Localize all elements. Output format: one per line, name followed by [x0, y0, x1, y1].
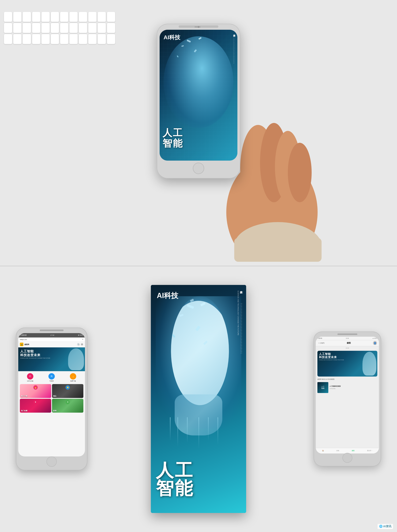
- commercial-label: 可商用: [50, 380, 54, 382]
- key: [51, 12, 59, 22]
- top-phone-frame: 01010101010101010101 AI科技 科技改变未来: [157, 24, 240, 178]
- key: [42, 34, 50, 44]
- wechat-thumb-img[interactable]: 人工智能: [317, 382, 328, 393]
- download-icon-circle: ↓: [70, 373, 76, 380]
- wechat-tab-follow[interactable]: 跟着: [336, 450, 339, 452]
- key: [51, 34, 59, 44]
- premium-label: 精品: [53, 395, 56, 397]
- new-icon: ✦: [66, 400, 70, 404]
- key: [13, 34, 21, 44]
- svg-point-4: [288, 143, 312, 202]
- url-text: 699pic.com: [20, 339, 27, 340]
- wechat-tab-photo[interactable]: 摄图: [352, 450, 354, 452]
- copyright-icon-circle: ©: [27, 373, 33, 380]
- hotdownload-label: 热门下载: [21, 395, 27, 397]
- right-status-bar: 中国联通 15:39 ▲ ♥ 90%: [316, 337, 379, 340]
- key: [98, 12, 106, 22]
- key: [42, 23, 50, 33]
- wechat-tab-world[interactable]: 看世界！: [367, 450, 372, 452]
- key: [79, 34, 87, 44]
- watermark-text: AI资讯: [383, 525, 391, 528]
- image-grid: 🔥 热门下载 ⭐ 精品 ♥ 热门收藏 ✦ 新增: [18, 384, 85, 413]
- app-logo: 📷: [20, 343, 23, 346]
- key: [60, 34, 68, 44]
- wechat-title: 摄图: [347, 342, 351, 345]
- key: [4, 34, 12, 44]
- phone-in-hand-container: 01010101010101010101 AI科技 科技改变未来: [109, 14, 288, 252]
- left-hero-banner: 人工智能 科技改变未来 SCIENCE AND TECHNOLOGY CHANG…: [18, 347, 85, 371]
- menu-icon-small[interactable]: ☰: [81, 343, 83, 346]
- app-name: 摄图网: [25, 344, 29, 346]
- poster-ai-tag: AI科技: [157, 291, 178, 301]
- center-poster: 0101010101010101010101010101010101 AI科技 …: [151, 285, 246, 513]
- thumb-new[interactable]: ✦ 新增: [52, 399, 83, 413]
- svg-rect-6: [234, 238, 322, 262]
- left-time: 17:32: [50, 334, 54, 336]
- key: [42, 12, 50, 22]
- key: [60, 23, 68, 33]
- key: [32, 34, 40, 44]
- left-phone-frame: 中国联通 17:32 ⊞ 95% 699pic.com ↻ 📷 摄图网 🔍 ☰: [16, 327, 87, 470]
- key: [32, 12, 40, 22]
- right-hero-banner: 人工智能 科技改变未来 SCIENCE AND TECHNOLOGY CHANG…: [317, 351, 377, 376]
- icon-commercial[interactable]: 商 可商用: [41, 373, 62, 382]
- left-status-bar: 中国联通 17:32 ⊞ 95%: [18, 333, 85, 338]
- key: [4, 23, 12, 33]
- commercial-icon-circle: 商: [49, 373, 55, 380]
- wechat-desc: 摄图网 微信公众号封面配图: [316, 377, 379, 381]
- key: [69, 23, 78, 33]
- subscribe-back[interactable]: ◁ 订阅号: [318, 342, 325, 344]
- top-phone-home-button[interactable]: [193, 163, 204, 174]
- key: [4, 12, 12, 22]
- download-label: 免费下载: [70, 380, 76, 382]
- download-icon: ↓: [72, 375, 74, 378]
- left-phone-home-button[interactable]: [46, 456, 57, 467]
- favorites-icon: ♥: [33, 400, 38, 404]
- refresh-icon[interactable]: ↻: [82, 339, 83, 340]
- wechat-time-label: 15:00: [316, 346, 379, 350]
- premium-icon: ⭐: [66, 385, 70, 390]
- poster-main-text: 人工 智能: [156, 461, 243, 497]
- key: [13, 12, 21, 22]
- right-phone-frame: 中国联通 15:39 ▲ ♥ 90% ◁ 订阅号 摄图 👤 15:00 人工智能…: [314, 332, 381, 466]
- ai-poster-top: 01010101010101010101 AI科技 科技改变未来: [160, 30, 237, 161]
- icon-download[interactable]: ↓ 免费下载: [63, 373, 83, 382]
- search-icon-small[interactable]: 🔍: [77, 343, 80, 346]
- key: [23, 34, 31, 44]
- key: [88, 34, 96, 44]
- wechat-tab-home[interactable]: 🏠: [322, 450, 324, 452]
- keyboard-background: [0, 8, 119, 87]
- left-battery: ⊞ 95%: [78, 334, 83, 336]
- url-bar[interactable]: 699pic.com ↻: [18, 338, 85, 342]
- wechat-header: ◁ 订阅号 摄图 👤: [316, 340, 379, 346]
- wechat-thumb-row: 人工智能 人工智能科技海报 AI科技风格: [316, 381, 379, 394]
- top-section: 01010101010101010101 AI科技 科技改变未来: [0, 0, 397, 266]
- main-text-top: 人工 智能: [162, 128, 236, 149]
- right-phone-screen: 中国联通 15:39 ▲ ♥ 90% ◁ 订阅号 摄图 👤 15:00 人工智能…: [316, 337, 379, 453]
- wechat-bottom-bar: 🏠 跟着 摄图 看世界！: [316, 448, 379, 453]
- key: [60, 12, 68, 22]
- copyright-icon: ©: [29, 375, 31, 378]
- icon-copyright[interactable]: © 100%正版: [20, 373, 40, 382]
- watermark: 🌐 AI资讯: [378, 524, 393, 529]
- commercial-icon: 商: [51, 375, 53, 378]
- poster-slogan-v: 科技改变未来 SCIENCE AND TECHNOLOGY CHANGE THE…: [237, 289, 243, 335]
- wechat-avatar[interactable]: 👤: [373, 341, 377, 345]
- thumb-favorites[interactable]: ♥ 热门收藏: [20, 399, 51, 413]
- key: [13, 23, 21, 33]
- wechat-thumb-info: 人工智能科技海报 AI科技风格: [329, 385, 341, 390]
- binary-text: 01010101010101010101: [232, 36, 235, 64]
- watermark-icon: 🌐: [379, 525, 383, 528]
- key: [98, 34, 106, 44]
- right-phone-home-button[interactable]: [342, 453, 352, 463]
- top-phone-screen: 01010101010101010101 AI科技 科技改变未来: [160, 30, 237, 161]
- key: [98, 23, 106, 33]
- thumb-hotdownload[interactable]: 🔥 热门下载: [20, 384, 51, 398]
- hotdownload-icon: 🔥: [33, 385, 38, 390]
- favorites-label: 热门收藏: [21, 410, 27, 412]
- right-robot-mini: [362, 352, 376, 375]
- left-carrier: 中国联通: [20, 334, 27, 336]
- thumb-premium[interactable]: ⭐ 精品: [52, 384, 83, 398]
- ai-tag-top: AI科技: [164, 34, 180, 41]
- app-header-icons: 🔍 ☰: [77, 343, 83, 346]
